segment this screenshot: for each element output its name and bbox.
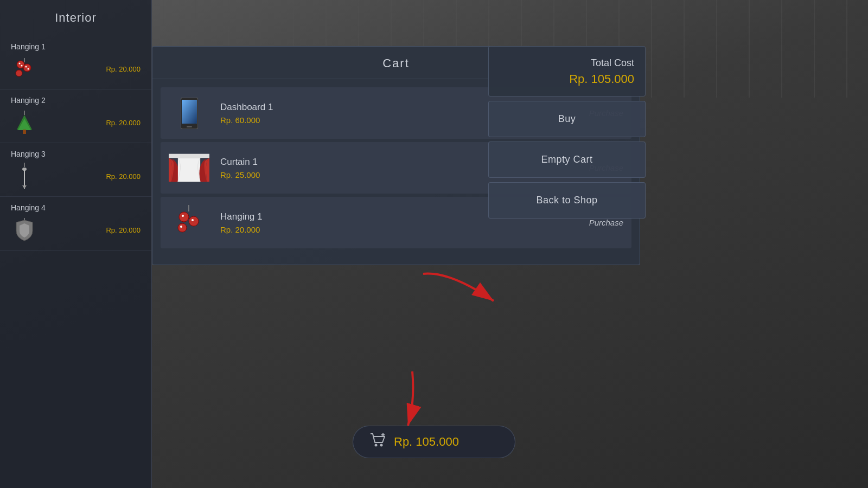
sidebar-item-hanging3[interactable]: Hanging 3 Rp. 20.000 bbox=[0, 143, 151, 197]
sidebar-item-name-hanging4: Hanging 4 bbox=[11, 203, 46, 212]
total-cost-amount: Rp. 105.000 bbox=[500, 72, 634, 86]
dashboard1-icon bbox=[169, 93, 209, 133]
svg-marker-16 bbox=[22, 185, 27, 189]
curtain1-icon bbox=[169, 147, 209, 188]
sidebar-panel: Interior Hanging 1 Rp. 20.000 bbox=[0, 0, 152, 488]
svg-rect-23 bbox=[178, 158, 200, 182]
svg-point-8 bbox=[27, 68, 29, 70]
shield-icon bbox=[11, 216, 38, 243]
sidebar-item-price-hanging3: Rp. 20.000 bbox=[106, 172, 141, 181]
svg-point-28 bbox=[182, 215, 184, 217]
svg-point-29 bbox=[192, 219, 194, 221]
sidebar-item-name-hanging1: Hanging 1 bbox=[11, 42, 46, 51]
cart-item-hanging1-action[interactable]: Purchase bbox=[589, 218, 623, 227]
buy-button[interactable]: Buy bbox=[488, 101, 646, 137]
cart-icon bbox=[369, 433, 386, 451]
dice-icon bbox=[11, 55, 38, 82]
svg-point-33 bbox=[375, 444, 378, 447]
sidebar-item-hanging4[interactable]: Hanging 4 Rp. 20.000 bbox=[0, 197, 151, 251]
tree-icon bbox=[11, 109, 38, 136]
hanging1-icon bbox=[169, 202, 209, 243]
sidebar-item-hanging2[interactable]: Hanging 2 Rp. 20.000 bbox=[0, 89, 151, 143]
svg-point-6 bbox=[21, 65, 22, 67]
svg-point-26 bbox=[189, 216, 199, 226]
svg-point-5 bbox=[18, 63, 20, 65]
svg-point-34 bbox=[380, 444, 383, 447]
cart-right-panel: Total Cost Rp. 105.000 Buy Empty Cart Ba… bbox=[488, 46, 646, 219]
svg-point-2 bbox=[23, 64, 31, 72]
bottom-cart-bar[interactable]: Rp. 105.000 bbox=[353, 426, 515, 458]
sidebar-item-price-hanging2: Rp. 20.000 bbox=[106, 119, 141, 127]
sidebar-item-price-hanging4: Rp. 20.000 bbox=[106, 226, 141, 234]
sidebar-item-name-hanging2: Hanging 2 bbox=[11, 96, 46, 105]
svg-point-3 bbox=[16, 70, 22, 76]
total-cost-label: Total Cost bbox=[500, 57, 634, 69]
back-to-shop-button[interactable]: Back to Shop bbox=[488, 182, 646, 219]
svg-point-27 bbox=[178, 223, 187, 232]
svg-point-25 bbox=[179, 212, 189, 222]
svg-rect-22 bbox=[169, 154, 209, 158]
total-cost-box: Total Cost Rp. 105.000 bbox=[488, 46, 646, 97]
svg-point-7 bbox=[25, 66, 27, 68]
svg-rect-21 bbox=[187, 126, 192, 127]
sidebar-item-hanging1[interactable]: Hanging 1 Rp. 20.000 bbox=[0, 36, 151, 89]
svg-rect-12 bbox=[23, 130, 26, 134]
sidebar-item-price-hanging1: Rp. 20.000 bbox=[106, 65, 141, 73]
svg-point-30 bbox=[180, 226, 182, 228]
svg-rect-20 bbox=[182, 100, 197, 124]
cart-item-hanging1-price: Rp. 20.000 bbox=[220, 225, 578, 234]
sidebar-item-name-hanging3: Hanging 3 bbox=[11, 150, 46, 158]
empty-cart-button[interactable]: Empty Cart bbox=[488, 142, 646, 178]
needle-icon bbox=[11, 163, 38, 190]
bottom-bar-price: Rp. 105.000 bbox=[394, 435, 459, 449]
sidebar-title: Interior bbox=[55, 11, 96, 25]
